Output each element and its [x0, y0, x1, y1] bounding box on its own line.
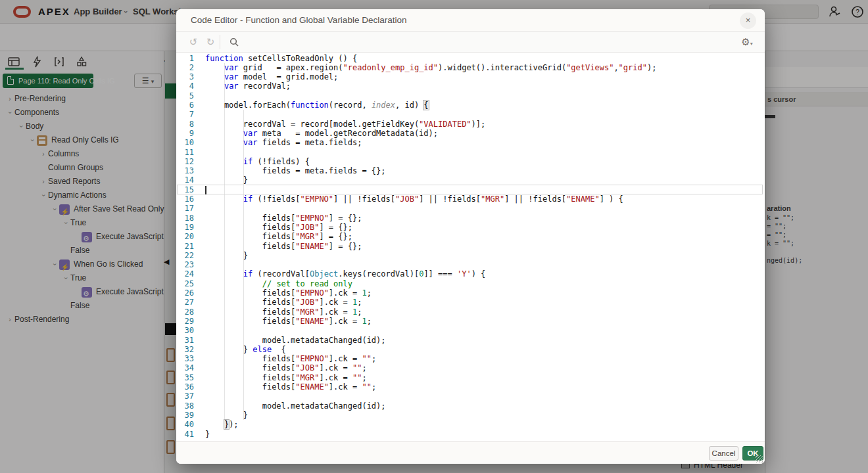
line-number: 4: [176, 81, 194, 91]
code-line-28[interactable]: 28 fields["MGR"].ck = 1;: [176, 307, 765, 317]
dialog-title: Code Editor - Function and Global Variab…: [191, 15, 406, 25]
code-line-34[interactable]: 34 fields["JOB"].ck = "";: [176, 363, 765, 373]
redo-icon[interactable]: ↻: [204, 35, 217, 49]
divider: [220, 35, 220, 49]
code-editor-dialog: Code Editor - Function and Global Variab…: [176, 9, 765, 464]
code-line-9[interactable]: 9 var meta = model.getRecordMetadata(id)…: [176, 129, 765, 139]
code-line-14[interactable]: 14 }: [176, 175, 765, 185]
line-number: 39: [176, 411, 194, 420]
code-line-10[interactable]: 10 var fields = meta.fields;: [176, 138, 765, 148]
line-number: 17: [176, 204, 194, 213]
code-line-1[interactable]: 1function setCellsToReadOnly () {: [176, 54, 765, 64]
code-line-13[interactable]: 13 fields = meta.fields = {};: [176, 166, 765, 176]
line-number: 29: [176, 317, 194, 326]
search-icon[interactable]: [228, 35, 241, 49]
line-number: 10: [176, 138, 194, 147]
code-line-15[interactable]: 15: [176, 185, 765, 195]
code-line-12[interactable]: 12 if (!fields) {: [176, 157, 765, 167]
line-number: 22: [176, 251, 194, 260]
line-number: 19: [176, 223, 194, 232]
code-text: }: [205, 251, 248, 260]
undo-icon[interactable]: ↺: [187, 35, 200, 49]
code-text: var recordVal;: [205, 81, 291, 91]
line-number: 7: [176, 110, 194, 119]
close-icon[interactable]: ×: [740, 12, 756, 29]
code-line-8[interactable]: 8 recordVal = record[model.getFieldKey("…: [176, 120, 765, 129]
line-number: 34: [176, 363, 194, 372]
dialog-footer: Cancel OK: [176, 441, 765, 464]
code-line-40[interactable]: 40 });: [176, 420, 765, 430]
code-line-11[interactable]: 11: [176, 148, 765, 158]
code-line-37[interactable]: 37: [176, 392, 765, 401]
line-number: 16: [176, 194, 194, 204]
code-text: if (recordVal[Object.keys(recordVal)[0]]…: [205, 269, 485, 279]
code-line-32[interactable]: 32 } else {: [176, 345, 765, 355]
code-text: fields["JOB"].ck = 1;: [205, 298, 362, 307]
code-line-38[interactable]: 38 model.metadataChanged(id);: [176, 401, 765, 411]
editor-toolbar: ↺ ↻ ⚙▾: [176, 32, 765, 53]
line-number: 5: [176, 91, 194, 101]
code-line-25[interactable]: 25 // set to read only: [176, 279, 765, 289]
code-text: model.forEach(function(record, index, id…: [205, 101, 429, 110]
code-text: fields["ENAME"].ck = "";: [205, 382, 376, 392]
line-number: 27: [176, 298, 194, 307]
code-line-26[interactable]: 26 fields["EMPNO"].ck = 1;: [176, 288, 765, 298]
code-text: // set to read only: [205, 279, 352, 288]
line-number: 1: [176, 54, 194, 63]
code-text: fields["EMPNO"].ck = "";: [205, 354, 376, 363]
resize-handle-icon[interactable]: [756, 455, 763, 462]
code-line-36[interactable]: 36 fields["ENAME"].ck = "";: [176, 382, 765, 392]
code-text: if (!fields) {: [205, 157, 310, 166]
code-text: model.metadataChanged(id);: [205, 336, 386, 345]
code-text: fields["EMPNO"].ck = 1;: [205, 288, 372, 298]
code-editor[interactable]: 1function setCellsToReadOnly () {2 var g…: [176, 53, 765, 441]
code-text: var fields = meta.fields;: [205, 138, 362, 147]
code-line-2[interactable]: 2 var grid = apex.region("readonly_emp_i…: [176, 63, 765, 73]
code-line-33[interactable]: 33 fields["EMPNO"].ck = "";: [176, 354, 765, 364]
cancel-button[interactable]: Cancel: [709, 446, 738, 461]
line-number: 28: [176, 307, 194, 317]
code-text: fields["EMPNO"] = {};: [205, 214, 362, 223]
code-text: }: [205, 430, 210, 439]
gear-icon[interactable]: ⚙▾: [740, 35, 754, 49]
line-number: 14: [176, 175, 194, 185]
line-number: 35: [176, 373, 194, 382]
code-text: fields = meta.fields = {};: [205, 166, 386, 175]
code-line-17[interactable]: 17: [176, 204, 765, 214]
code-text: fields["ENAME"].ck = 1;: [205, 317, 372, 326]
code-line-3[interactable]: 3 var model = grid.model;: [176, 72, 765, 82]
line-number: 38: [176, 401, 194, 411]
line-number: 11: [176, 148, 194, 157]
code-line-16[interactable]: 16 if (!fields["EMPNO"] || !fields["JOB"…: [176, 194, 765, 204]
code-text: fields["ENAME"] = {};: [205, 242, 362, 251]
code-line-30[interactable]: 30: [176, 326, 765, 336]
line-number: 33: [176, 354, 194, 363]
line-number: 25: [176, 279, 194, 288]
code-line-24[interactable]: 24 if (recordVal[Object.keys(recordVal)[…: [176, 269, 765, 279]
code-line-41[interactable]: 41}: [176, 430, 765, 439]
code-line-5[interactable]: 5: [176, 91, 765, 101]
code-line-39[interactable]: 39 }: [176, 411, 765, 420]
code-line-27[interactable]: 27 fields["JOB"].ck = 1;: [176, 298, 765, 307]
line-number: 18: [176, 214, 194, 223]
code-text: fields["JOB"] = {};: [205, 223, 352, 232]
code-line-31[interactable]: 31 model.metadataChanged(id);: [176, 336, 765, 346]
code-line-4[interactable]: 4 var recordVal;: [176, 81, 765, 91]
code-line-7[interactable]: 7: [176, 110, 765, 120]
line-number: 36: [176, 382, 194, 392]
code-line-23[interactable]: 23: [176, 260, 765, 270]
code-line-19[interactable]: 19 fields["JOB"] = {};: [176, 223, 765, 233]
code-line-22[interactable]: 22 }: [176, 251, 765, 261]
code-line-35[interactable]: 35 fields["MGR"].ck = "";: [176, 373, 765, 383]
code-line-29[interactable]: 29 fields["ENAME"].ck = 1;: [176, 317, 765, 327]
matched-bracket: {: [423, 101, 428, 110]
line-number: 2: [176, 63, 194, 72]
code-text: }: [205, 175, 248, 185]
code-text: var meta = model.getRecordMetadata(id);: [205, 129, 438, 138]
code-line-18[interactable]: 18 fields["EMPNO"] = {};: [176, 214, 765, 223]
code-line-21[interactable]: 21 fields["ENAME"] = {};: [176, 242, 765, 252]
dialog-titlebar[interactable]: Code Editor - Function and Global Variab…: [176, 9, 765, 32]
line-number: 3: [176, 72, 194, 81]
code-line-6[interactable]: 6 model.forEach(function(record, index, …: [176, 101, 765, 110]
code-line-20[interactable]: 20 fields["MGR"] = {};: [176, 232, 765, 242]
